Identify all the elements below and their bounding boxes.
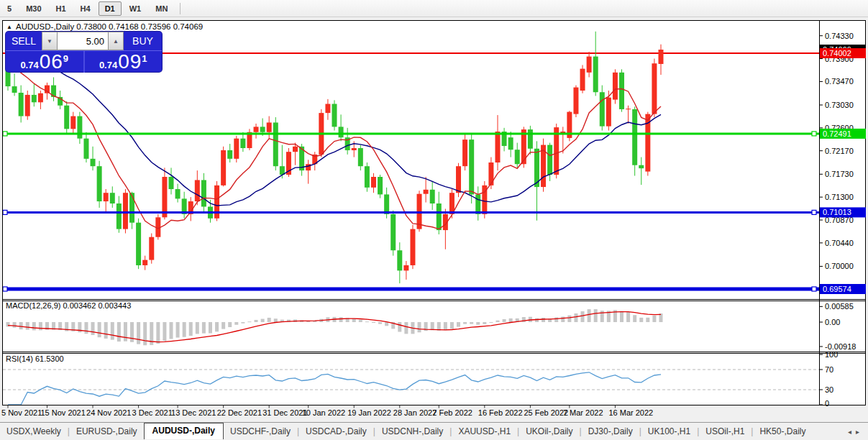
date-axis-label: 22 Dec 2021 xyxy=(217,408,262,417)
date-axis-label: 13 Dec 2021 xyxy=(171,408,216,417)
price-axis-label: 0.73030 xyxy=(825,101,854,109)
macd-histogram-bar xyxy=(594,309,598,322)
price-line-handle[interactable] xyxy=(812,132,816,136)
sell-price[interactable]: 0.74 06 9 xyxy=(6,51,83,73)
up-arrow-icon: ▲ xyxy=(113,38,119,45)
price-line-box-label: 0.74002 xyxy=(823,49,851,58)
date-axis-label: 31 Dec 2021 xyxy=(262,408,307,417)
candle xyxy=(162,177,167,217)
tab-xauusd-h1[interactable]: XAUUSD-,H1 xyxy=(452,424,517,439)
down-arrow-icon: ▼ xyxy=(47,38,52,45)
volume-increase-button[interactable]: ▲ xyxy=(108,32,124,50)
macd-axis-label: 0.00 xyxy=(825,318,840,326)
macd-histogram-bar xyxy=(385,322,388,326)
macd-histogram-bar xyxy=(470,322,473,324)
macd-histogram-bar xyxy=(104,322,108,339)
candle xyxy=(83,139,88,159)
price-line-box-label: 0.71013 xyxy=(823,208,851,216)
price-line-handle[interactable] xyxy=(3,210,7,214)
candle xyxy=(117,203,122,229)
tab-ukoil-daily[interactable]: UKOil-,Daily xyxy=(519,424,579,439)
price-line-handle[interactable] xyxy=(3,132,7,136)
tab-usdchf-daily[interactable]: USDCHF-,Daily xyxy=(224,424,297,439)
macd-histogram-bar xyxy=(646,318,649,322)
candle xyxy=(240,139,245,148)
tab-usdcnh-daily[interactable]: USDCNH-,Daily xyxy=(375,424,449,439)
candle xyxy=(293,147,298,152)
candle xyxy=(260,127,265,132)
candle xyxy=(632,109,637,165)
candle xyxy=(508,137,513,150)
candle xyxy=(371,177,376,188)
symbol-marker-icon: ▲ xyxy=(6,24,12,30)
macd-histogram-bar xyxy=(561,316,565,322)
price-axis-label: 0.74330 xyxy=(825,32,854,40)
date-axis-label: 24 Nov 2021 xyxy=(86,408,131,417)
candle xyxy=(365,166,370,188)
candle xyxy=(142,260,147,265)
price-line-box-label: 0.69574 xyxy=(823,285,851,293)
macd-histogram-bar xyxy=(268,318,271,322)
volume-decrease-button[interactable]: ▼ xyxy=(42,32,58,50)
macd-histogram-bar xyxy=(170,322,173,339)
candle xyxy=(547,145,552,175)
macd-histogram-bar xyxy=(372,322,375,323)
macd-histogram-bar xyxy=(450,322,454,329)
macd-histogram-bar xyxy=(483,322,486,324)
price-axis-label: 0.71300 xyxy=(825,193,854,201)
tab-dj30-daily[interactable]: DJ30-,Daily xyxy=(582,424,639,439)
macd-histogram-bar xyxy=(489,322,493,323)
macd-histogram-bar xyxy=(156,322,160,344)
candle xyxy=(462,139,467,166)
date-axis-label: 5 Nov 2021 xyxy=(1,408,42,417)
macd-histogram-bar xyxy=(463,322,467,324)
tab-uk100-h1[interactable]: UK100-,H1 xyxy=(641,424,697,439)
macd-histogram-bar xyxy=(183,322,186,337)
date-axis-label: 28 Jan 2022 xyxy=(393,408,437,417)
price-line-handle[interactable] xyxy=(812,287,816,291)
tab-hk50-daily[interactable]: HK50-,Daily xyxy=(753,424,812,439)
macd-histogram-bar xyxy=(567,316,571,322)
macd-histogram-bar xyxy=(228,322,232,327)
candle xyxy=(332,104,337,127)
tab-usdcad-daily[interactable]: USDCAD-,Daily xyxy=(299,424,373,439)
candle xyxy=(32,95,37,102)
tab-audusd-daily[interactable]: AUDUSD-,Daily xyxy=(144,423,224,439)
macd-histogram-bar xyxy=(84,322,88,334)
rsi-axis-label: 30 xyxy=(825,385,833,394)
candle xyxy=(12,86,17,93)
sell-button[interactable]: SELL xyxy=(6,32,42,50)
trading-terminal-window: 5M30H1H4D1W1MN 0.743300.739000.734700.73… xyxy=(0,0,868,440)
macd-histogram-bar xyxy=(639,318,643,322)
tab-scroll-arrows[interactable]: ◂▸ xyxy=(848,428,868,436)
price-line-box-label: 0.72491 xyxy=(823,129,851,138)
candle xyxy=(430,190,435,203)
candle xyxy=(528,129,533,149)
macd-histogram-bar xyxy=(444,322,447,330)
macd-histogram-bar xyxy=(209,322,212,333)
candle xyxy=(410,229,415,265)
candle xyxy=(659,50,664,64)
macd-histogram-bar xyxy=(496,321,500,322)
macd-histogram-bar xyxy=(130,322,134,342)
volume-input[interactable]: 5.00 xyxy=(58,32,108,50)
price-line-handle[interactable] xyxy=(812,210,816,214)
tab-eurusd-daily[interactable]: EURUSD-,Daily xyxy=(70,424,144,439)
sell-price-big-digits: 06 xyxy=(40,52,63,72)
candle xyxy=(580,69,585,91)
candle xyxy=(573,88,578,114)
macd-histogram-bar xyxy=(620,311,623,322)
candle xyxy=(267,122,272,132)
macd-histogram-bar xyxy=(339,317,343,322)
price-axis-label: 0.70000 xyxy=(825,262,854,270)
tab-usdx-weekly[interactable]: USDX,Weekly xyxy=(0,424,68,439)
symbol-tab-bar: USDX,Weekly|EURUSD-,DailyAUDUSD-,DailyUS… xyxy=(0,422,868,440)
price-line-handle[interactable] xyxy=(3,287,7,291)
date-axis-label: 7 Feb 2022 xyxy=(432,408,472,417)
candle xyxy=(378,177,383,194)
tab-usoil-h1[interactable]: USOil-,H1 xyxy=(699,424,751,439)
buy-price[interactable]: 0.74 09 1 xyxy=(83,51,163,73)
macd-histogram-bar xyxy=(39,322,42,330)
buy-button[interactable]: BUY xyxy=(124,32,162,50)
date-axis-label: 19 Jan 2022 xyxy=(347,408,391,417)
